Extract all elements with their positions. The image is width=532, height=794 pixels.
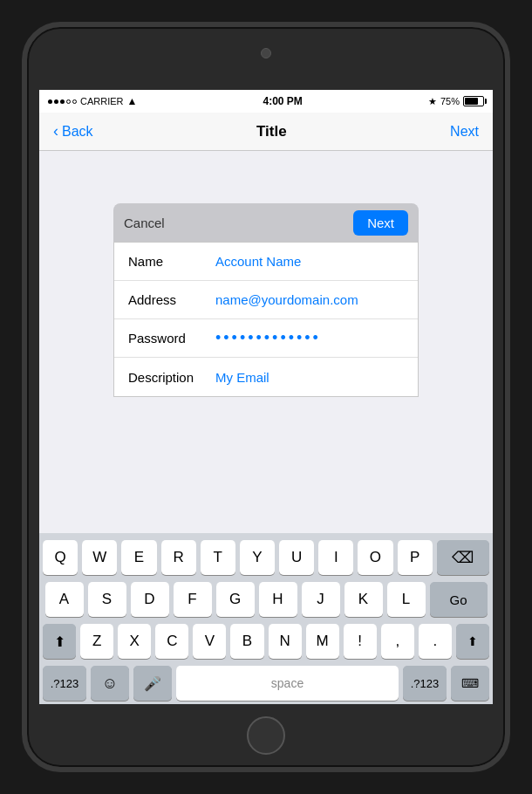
- keyboard-dismiss-key[interactable]: ⌨: [451, 666, 489, 701]
- key-q[interactable]: Q: [43, 540, 78, 575]
- form-label-name: Name: [128, 254, 215, 269]
- key-n[interactable]: N: [269, 624, 302, 659]
- space-key[interactable]: space: [176, 666, 399, 701]
- delete-key[interactable]: ⌫: [437, 540, 489, 575]
- shift-right-icon: ⬆: [467, 634, 478, 648]
- key-l[interactable]: L: [387, 582, 426, 617]
- signal-dot-2: [54, 99, 58, 104]
- nav-title: Title: [256, 123, 287, 140]
- signal-dot-4: [66, 99, 71, 104]
- chevron-left-icon: ‹: [53, 122, 58, 140]
- go-key[interactable]: Go: [430, 582, 488, 617]
- form-label-address: Address: [128, 292, 215, 307]
- shift-left-key[interactable]: ⬆: [43, 624, 76, 659]
- form-value-address[interactable]: name@yourdomain.com: [215, 292, 404, 307]
- keyboard-row-4: .?123 ☺ 🎤 space .?123 ⌨: [43, 666, 489, 701]
- key-z[interactable]: Z: [80, 624, 113, 659]
- status-left: CARRIER ▲: [48, 95, 137, 107]
- form-row-name: Name Account Name: [114, 243, 418, 281]
- numbers-key-right[interactable]: .?123: [403, 666, 447, 701]
- device: CARRIER ▲ 4:00 PM ★ 75% ‹: [22, 22, 510, 772]
- key-m[interactable]: M: [306, 624, 339, 659]
- nav-next-button[interactable]: Next: [450, 124, 479, 140]
- keyboard-rows: Q W E R T Y U I O P ⌫: [39, 533, 493, 704]
- key-o[interactable]: O: [358, 540, 392, 575]
- key-b[interactable]: B: [230, 624, 263, 659]
- status-time: 4:00 PM: [263, 95, 303, 107]
- back-button[interactable]: ‹ Back: [53, 122, 93, 140]
- battery-indicator: [463, 96, 484, 106]
- form-row-description: Description My Email: [114, 358, 418, 396]
- signal-dots: [48, 99, 77, 104]
- key-p[interactable]: P: [398, 540, 433, 575]
- signal-dot-3: [60, 99, 65, 104]
- delete-icon: ⌫: [452, 548, 474, 567]
- key-a[interactable]: A: [45, 582, 84, 617]
- key-comma[interactable]: ,: [381, 624, 414, 659]
- key-g[interactable]: G: [216, 582, 255, 617]
- cancel-button[interactable]: Cancel: [124, 216, 165, 230]
- back-label: Back: [62, 124, 93, 140]
- home-button[interactable]: [247, 716, 285, 755]
- microphone-key[interactable]: 🎤: [133, 666, 172, 701]
- key-t[interactable]: T: [201, 540, 235, 575]
- key-k[interactable]: K: [344, 582, 383, 617]
- keyboard: Q W E R T Y U I O P ⌫: [39, 533, 493, 704]
- status-bar: CARRIER ▲ 4:00 PM ★ 75%: [39, 90, 493, 113]
- key-c[interactable]: C: [155, 624, 188, 659]
- key-f[interactable]: F: [174, 582, 212, 617]
- carrier-label: CARRIER: [80, 96, 124, 106]
- key-d[interactable]: D: [131, 582, 169, 617]
- key-s[interactable]: S: [88, 582, 126, 617]
- modal-container: Cancel Next Name Account Name Address na…: [113, 203, 419, 397]
- battery-fill: [465, 98, 478, 105]
- key-j[interactable]: J: [302, 582, 340, 617]
- form-value-name[interactable]: Account Name: [215, 254, 404, 269]
- key-exclaim[interactable]: !: [344, 624, 377, 659]
- form-value-description[interactable]: My Email: [215, 370, 404, 385]
- form-row-address: Address name@yourdomain.com: [114, 281, 418, 319]
- device-screen: CARRIER ▲ 4:00 PM ★ 75% ‹: [39, 90, 493, 704]
- key-u[interactable]: U: [279, 540, 314, 575]
- key-x[interactable]: X: [118, 624, 151, 659]
- keyboard-row-1: Q W E R T Y U I O P ⌫: [43, 540, 489, 575]
- nav-bar: ‹ Back Title Next: [39, 113, 493, 151]
- form-value-password[interactable]: •••••••••••••: [215, 329, 404, 347]
- wifi-icon: ▲: [127, 95, 138, 107]
- shift-up-icon: ⬆: [54, 633, 65, 650]
- numbers-key-left[interactable]: .?123: [43, 666, 86, 701]
- form-label-description: Description: [128, 370, 215, 385]
- front-camera: [261, 48, 271, 58]
- key-e[interactable]: E: [121, 540, 156, 575]
- status-right: ★ 75%: [428, 96, 484, 107]
- key-period[interactable]: .: [419, 624, 452, 659]
- emoji-key[interactable]: ☺: [91, 666, 129, 701]
- battery-bar: [463, 96, 484, 106]
- key-h[interactable]: H: [259, 582, 297, 617]
- modal-header: Cancel Next: [113, 203, 419, 242]
- form-row-password: Password •••••••••••••: [114, 319, 418, 358]
- shift-right-key[interactable]: ⬆: [456, 624, 489, 659]
- key-r[interactable]: R: [161, 540, 196, 575]
- key-v[interactable]: V: [193, 624, 226, 659]
- signal-dot-1: [48, 99, 52, 104]
- bluetooth-icon: ★: [428, 96, 437, 107]
- key-w[interactable]: W: [82, 540, 117, 575]
- battery-percent: 75%: [440, 96, 460, 106]
- modal-next-button[interactable]: Next: [353, 210, 408, 236]
- form-container: Name Account Name Address name@yourdomai…: [113, 242, 419, 397]
- signal-dot-5: [72, 99, 77, 104]
- form-label-password: Password: [128, 331, 215, 346]
- keyboard-row-2: A S D F G H J K L Go: [43, 582, 489, 617]
- keyboard-row-3: ⬆ Z X C V B N M ! , . ⬆: [43, 624, 489, 659]
- key-i[interactable]: I: [318, 540, 353, 575]
- key-y[interactable]: Y: [240, 540, 275, 575]
